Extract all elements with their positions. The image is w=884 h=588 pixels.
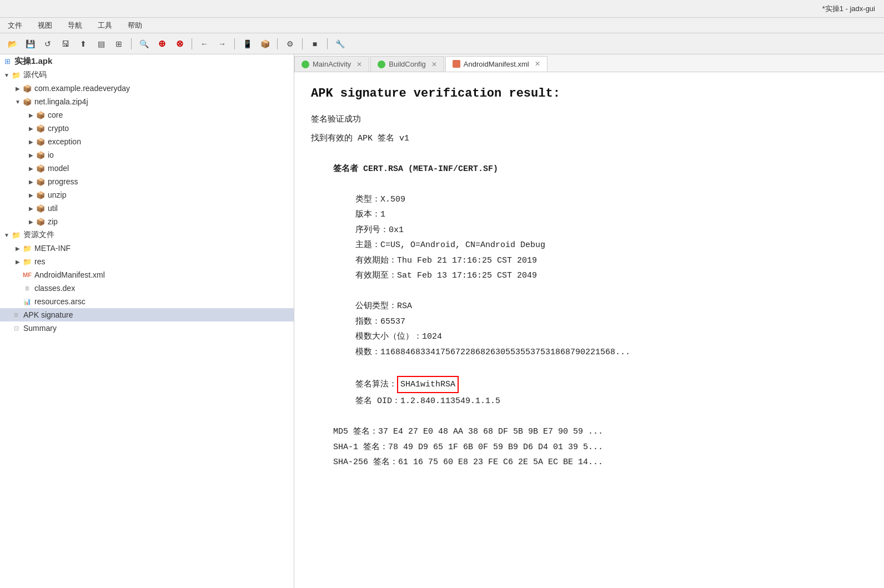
content-body: APK signature verification result: 签名验证成… bbox=[294, 72, 884, 588]
sidebar-item-res[interactable]: ▶ 📁 res bbox=[0, 255, 294, 268]
util-arrow: ▶ bbox=[27, 204, 36, 213]
sidebar-item-androidmanifest[interactable]: ▶ MF AndroidManifest.xml bbox=[0, 268, 294, 282]
sidebar-item-core[interactable]: ▶ 📦 core bbox=[0, 108, 294, 122]
field-exponent: 指数：65537 bbox=[355, 315, 867, 329]
resources-folder-icon: 📁 bbox=[11, 230, 21, 240]
classes-dex-label: classes.dex bbox=[34, 284, 75, 293]
io-arrow: ▶ bbox=[27, 150, 36, 159]
sidebar-item-summary[interactable]: ▶ ⊡ Summary bbox=[0, 321, 294, 335]
decompile-btn[interactable]: ▤ bbox=[93, 37, 109, 51]
tab-build-config[interactable]: BuildConfig ✕ bbox=[370, 56, 444, 72]
crypto-arrow: ▶ bbox=[27, 124, 36, 133]
sha1-highlight: SHA1withRSA bbox=[397, 376, 459, 394]
save-btn[interactable]: 💾 bbox=[22, 37, 38, 51]
xml-icon: MF bbox=[22, 270, 32, 280]
content-title: APK signature verification result: bbox=[311, 83, 867, 104]
resources-arsc-label: resources.arsc bbox=[34, 297, 86, 306]
core-arrow: ▶ bbox=[27, 110, 36, 119]
sidebar-item-crypto[interactable]: ▶ 📦 crypto bbox=[0, 122, 294, 135]
search2-btn[interactable]: ⊕ bbox=[154, 37, 169, 51]
grid-btn[interactable]: ⊞ bbox=[111, 37, 127, 51]
tab-close-main-activity[interactable]: ✕ bbox=[356, 61, 362, 68]
sidebar-item-io[interactable]: ▶ 📦 io bbox=[0, 148, 294, 162]
sidebar-item-resources[interactable]: ▼ 📁 资源文件 bbox=[0, 228, 294, 242]
back-btn[interactable]: ← bbox=[197, 37, 212, 51]
menu-help[interactable]: 帮助 bbox=[124, 19, 145, 32]
sidebar-item-zip[interactable]: ▶ 📦 zip bbox=[0, 215, 294, 228]
field-exponent-label: 指数：65537 bbox=[355, 315, 405, 329]
sep1 bbox=[131, 38, 132, 49]
forward-btn[interactable]: → bbox=[214, 37, 230, 51]
net-lingala-label: net.lingala.zip4j bbox=[34, 97, 88, 106]
zip-arrow: ▶ bbox=[27, 217, 36, 226]
field-modulus-label: 模数：1168846833417567228682630553553753186… bbox=[355, 345, 630, 360]
stop-btn[interactable]: ■ bbox=[307, 37, 323, 51]
sidebar-item-net-lingala[interactable]: ▼ 📦 net.lingala.zip4j bbox=[0, 95, 294, 108]
source-arrow: ▼ bbox=[2, 71, 11, 79]
model-label: model bbox=[48, 164, 69, 173]
tab-main-activity[interactable]: MainActivity ✕ bbox=[294, 56, 369, 72]
exception-label: exception bbox=[48, 137, 81, 146]
package-icon-progress: 📦 bbox=[36, 177, 46, 187]
zip-label: zip bbox=[48, 217, 58, 226]
field-subject: 主题：C=US, O=Android, CN=Android Debug bbox=[355, 238, 867, 253]
field-md5: MD5 签名：37 E4 27 E0 48 AA 38 68 DF 5B 9B … bbox=[333, 425, 867, 439]
field-sha1: SHA-1 签名：78 49 D9 65 1F 6B 0F 59 B9 D6 D… bbox=[333, 440, 867, 455]
field-sig-algo: 签名算法： SHA1withRSA bbox=[355, 376, 867, 394]
sidebar-item-com-example[interactable]: ▶ 📦 com.example.readeveryday bbox=[0, 82, 294, 95]
export2-btn[interactable]: ⬆ bbox=[76, 37, 91, 51]
package-icon-2: 📦 bbox=[22, 97, 32, 107]
tab-android-manifest[interactable]: AndroidManifest.xml ✕ bbox=[445, 56, 548, 72]
field-sig-algo-label: 签名算法： bbox=[355, 378, 397, 392]
sidebar-item-model[interactable]: ▶ 📦 model bbox=[0, 162, 294, 175]
menu-view[interactable]: 视图 bbox=[34, 19, 56, 32]
field-version-label: 版本：1 bbox=[355, 208, 385, 222]
device-btn[interactable]: 📱 bbox=[239, 37, 255, 51]
search-btn[interactable]: 🔍 bbox=[136, 37, 152, 51]
tab-close-android-manifest[interactable]: ✕ bbox=[535, 60, 540, 68]
folder-icon-meta: 📁 bbox=[22, 243, 32, 253]
apk-btn[interactable]: 📦 bbox=[257, 37, 273, 51]
package-icon-io: 📦 bbox=[36, 150, 46, 160]
search3-btn[interactable]: ⊗ bbox=[172, 37, 187, 51]
export-btn[interactable]: 🖫 bbox=[58, 37, 73, 51]
field-modulus: 模数：1168846833417567228682630553553753186… bbox=[355, 345, 867, 360]
res-label: res bbox=[34, 257, 45, 266]
sidebar-item-exception[interactable]: ▶ 📦 exception bbox=[0, 135, 294, 148]
settings-btn[interactable]: ⚙ bbox=[282, 37, 298, 51]
sep3 bbox=[234, 38, 235, 49]
folder-icon-res: 📁 bbox=[22, 257, 32, 267]
sidebar-item-apk-signature[interactable]: ▶ 🗎 APK signature bbox=[0, 308, 294, 321]
open-btn[interactable]: 📂 bbox=[4, 37, 20, 51]
found-signature-row: 找到有效的 APK 签名 v1 bbox=[311, 132, 867, 146]
menu-file[interactable]: 文件 bbox=[4, 19, 26, 32]
menu-tools[interactable]: 工具 bbox=[94, 19, 115, 32]
sep5 bbox=[302, 38, 303, 49]
wrench-btn[interactable]: 🔧 bbox=[332, 37, 348, 51]
tab-close-build-config[interactable]: ✕ bbox=[431, 61, 437, 68]
sidebar-item-progress[interactable]: ▶ 📦 progress bbox=[0, 175, 294, 188]
sidebar-item-resources-arsc[interactable]: ▶ 📊 resources.arsc bbox=[0, 295, 294, 308]
field-md5-label: MD5 签名：37 E4 27 E0 48 AA 38 68 DF 5B 9B … bbox=[333, 425, 603, 439]
summary-label: Summary bbox=[23, 324, 57, 333]
sidebar-item-unzip[interactable]: ▶ 📦 unzip bbox=[0, 188, 294, 202]
tab-icon-android-manifest bbox=[453, 60, 460, 68]
res-arrow: ▶ bbox=[13, 257, 22, 266]
field-serial: 序列号：0x1 bbox=[355, 223, 867, 238]
sidebar-item-meta-inf[interactable]: ▶ 📁 META-INF bbox=[0, 242, 294, 255]
field-sha256: SHA-256 签名：61 16 75 60 E8 23 FE C6 2E 5A… bbox=[333, 455, 867, 470]
resources-label: 资源文件 bbox=[23, 230, 54, 240]
sidebar-item-util[interactable]: ▶ 📦 util bbox=[0, 202, 294, 215]
apk-grid-icon: ⊞ bbox=[2, 57, 12, 67]
field-sha1-label: SHA-1 签名：78 49 D9 65 1F 6B 0F 59 B9 D6 D… bbox=[333, 440, 603, 455]
sidebar: ⊞ 实操1.apk ▼ 📁 源代码 ▶ 📦 com.example.readev… bbox=[0, 54, 294, 588]
field-valid-from-label: 有效期始：Thu Feb 21 17:16:25 CST 2019 bbox=[355, 254, 537, 268]
package-icon-model: 📦 bbox=[36, 163, 46, 173]
sidebar-item-classes-dex[interactable]: ▶ 🗎 classes.dex bbox=[0, 282, 294, 295]
package-icon-core: 📦 bbox=[36, 110, 46, 120]
dex-icon: 🗎 bbox=[22, 283, 32, 293]
refresh-btn[interactable]: ↺ bbox=[40, 37, 56, 51]
menu-nav[interactable]: 导航 bbox=[64, 19, 86, 32]
sidebar-item-source-code[interactable]: ▼ 📁 源代码 bbox=[0, 68, 294, 82]
sidebar-item-apk-root[interactable]: ⊞ 实操1.apk bbox=[0, 54, 294, 68]
